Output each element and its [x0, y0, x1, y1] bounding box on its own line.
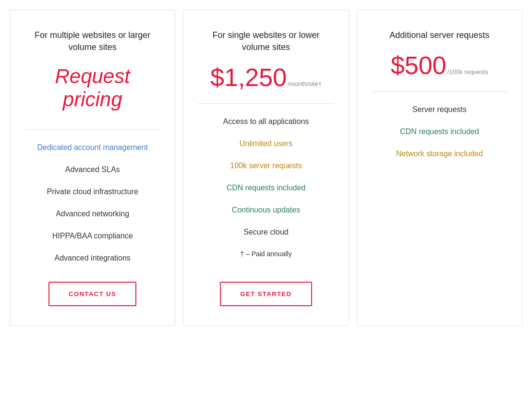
additional-subtitle: Additional server requests: [389, 29, 489, 41]
additional-price-suffix: /100k requests: [447, 69, 488, 75]
list-item: Continuous updates: [232, 206, 300, 214]
enterprise-cta-wrapper: CONTACT US: [24, 262, 160, 306]
enterprise-price-text: Request pricing: [55, 65, 130, 111]
standard-cta-wrapper: GET STARTED: [198, 262, 334, 306]
enterprise-divider: [24, 129, 160, 130]
list-item: Access to all applications: [223, 117, 309, 126]
contact-us-button[interactable]: CONTACT US: [48, 282, 136, 306]
get-started-button[interactable]: GET STARTED: [220, 282, 312, 306]
enterprise-price: Request pricing: [24, 65, 160, 111]
pricing-container: For multiple websites or larger volume s…: [10, 10, 522, 326]
list-item: Secure cloud: [243, 228, 288, 237]
additional-divider: [372, 91, 508, 92]
standard-divider: [198, 103, 334, 104]
list-item: Dedicated account management: [37, 143, 147, 152]
list-item: Private cloud infrastructure: [47, 187, 138, 196]
list-item-footnote: † – Paid annually: [240, 250, 291, 258]
additional-card: Additional server requests $500 /100k re…: [357, 10, 522, 326]
list-item: Server requests: [412, 105, 467, 114]
enterprise-features: Dedicated account management Advanced SL…: [24, 143, 160, 262]
standard-price-suffix: /month/site†: [288, 81, 322, 87]
list-item: CDN requests included: [400, 127, 479, 136]
list-item: Advanced SLAs: [65, 165, 120, 174]
enterprise-subtitle: For multiple websites or larger volume s…: [24, 29, 160, 53]
standard-subtitle: For single websites or lower volume site…: [198, 29, 334, 53]
standard-price: $1,250 /month/site†: [210, 65, 322, 90]
list-item: HIPPA/BAA compliance: [52, 232, 133, 240]
additional-price: $500 /100k requests: [391, 53, 488, 78]
list-item: Advanced integrations: [55, 254, 131, 262]
additional-features: Server requests CDN requests included Ne…: [372, 105, 508, 306]
enterprise-card: For multiple websites or larger volume s…: [10, 10, 175, 326]
list-item: CDN requests included: [227, 184, 306, 192]
list-item: 100k server requests: [230, 162, 302, 170]
list-item: Advanced networking: [56, 210, 129, 218]
list-item: Network storage included: [396, 149, 483, 158]
additional-price-number: $500: [391, 53, 447, 78]
standard-price-number: $1,250: [210, 65, 287, 90]
list-item: Unlimited users: [240, 139, 292, 148]
standard-features: Access to all applications Unlimited use…: [198, 117, 334, 262]
standard-card: For single websites or lower volume site…: [183, 10, 349, 326]
